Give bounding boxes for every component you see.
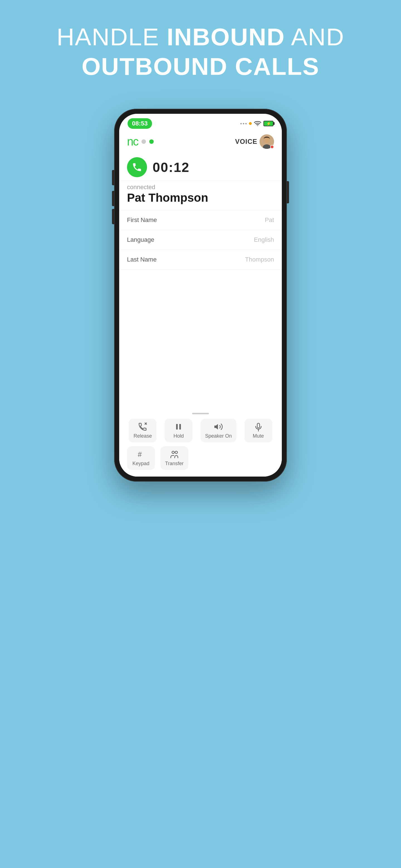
status-dot-green xyxy=(149,140,154,144)
field-row-lastname: Last Name Thompson xyxy=(119,250,282,270)
field-label-firstname: First Name xyxy=(127,216,157,224)
phone-wrapper: 08:53 ⚡ xyxy=(114,109,287,482)
status-icons: ⚡ xyxy=(240,121,274,127)
connected-label: connected xyxy=(127,184,274,191)
speaker-button[interactable]: Speaker On xyxy=(200,419,236,442)
wifi-icon xyxy=(254,121,261,127)
call-area: 00:12 xyxy=(119,152,282,181)
phone-frame: 08:53 ⚡ xyxy=(114,109,287,482)
field-value-firstname: Pat xyxy=(265,216,274,224)
logo-area: nc xyxy=(127,135,154,148)
call-icon-circle xyxy=(127,157,147,177)
status-bar: 08:53 ⚡ xyxy=(119,114,282,131)
bottom-handle xyxy=(119,409,282,416)
release-label: Release xyxy=(134,433,152,439)
status-dot-grey xyxy=(141,140,146,144)
caller-name: Pat Thompson xyxy=(127,191,274,205)
phone-icon xyxy=(132,162,142,173)
mute-button[interactable]: Mute xyxy=(245,419,273,442)
speaker-label: Speaker On xyxy=(205,433,232,439)
svg-point-13 xyxy=(175,451,178,454)
status-time: 08:53 xyxy=(127,118,152,129)
connected-info: connected Pat Thompson xyxy=(119,181,282,210)
field-value-lastname: Thompson xyxy=(245,256,274,263)
voice-area: VOICE xyxy=(235,134,274,149)
field-label-lastname: Last Name xyxy=(127,256,156,263)
release-icon xyxy=(138,422,147,432)
svg-rect-9 xyxy=(257,423,260,428)
keypad-label: Keypad xyxy=(132,461,149,467)
speaker-icon xyxy=(213,422,223,432)
keypad-icon: # xyxy=(136,450,146,459)
mute-label: Mute xyxy=(253,433,264,439)
transfer-label: Transfer xyxy=(165,461,183,467)
svg-text:#: # xyxy=(138,451,142,458)
headline: HANDLE INBOUND AND OUTBOUND CALLS xyxy=(34,22,367,81)
transfer-button[interactable]: Transfer xyxy=(161,446,188,470)
hold-button[interactable]: Hold xyxy=(165,419,193,442)
voice-label: VOICE xyxy=(235,138,257,146)
hold-icon xyxy=(174,422,183,432)
mute-icon xyxy=(254,422,263,432)
field-row-firstname: First Name Pat xyxy=(119,210,282,230)
battery-bolt: ⚡ xyxy=(266,121,271,126)
transfer-icon xyxy=(170,450,179,459)
field-label-language: Language xyxy=(127,236,154,243)
field-row-language: Language English xyxy=(119,230,282,250)
hold-label: Hold xyxy=(173,433,184,439)
call-timer: 00:12 xyxy=(152,160,190,175)
handle-bar xyxy=(192,413,209,414)
keypad-button[interactable]: # Keypad xyxy=(127,446,155,470)
phone-screen: 08:53 ⚡ xyxy=(119,114,282,476)
svg-point-12 xyxy=(172,451,175,454)
headline-line2: OUTBOUND CALLS xyxy=(82,53,319,80)
app-header: nc VOICE xyxy=(119,131,282,152)
release-button[interactable]: Release xyxy=(128,419,156,442)
battery-icon: ⚡ xyxy=(263,121,274,126)
headline-line1: HANDLE INBOUND AND xyxy=(57,23,344,51)
record-dot xyxy=(270,145,274,149)
signal-dots xyxy=(240,123,247,124)
svg-rect-7 xyxy=(179,424,181,430)
svg-rect-6 xyxy=(176,424,178,430)
svg-point-0 xyxy=(257,125,258,126)
svg-marker-8 xyxy=(214,424,218,430)
orange-dot xyxy=(249,122,252,125)
info-fields: First Name Pat Language English Last Nam… xyxy=(119,210,282,409)
field-value-language: English xyxy=(254,236,274,243)
action-row-2: # Keypad Transfer xyxy=(119,443,282,476)
logo-text: nc xyxy=(127,135,138,148)
avatar-wrapper xyxy=(260,134,274,149)
action-row-1: Release Hold Spea xyxy=(119,416,282,443)
